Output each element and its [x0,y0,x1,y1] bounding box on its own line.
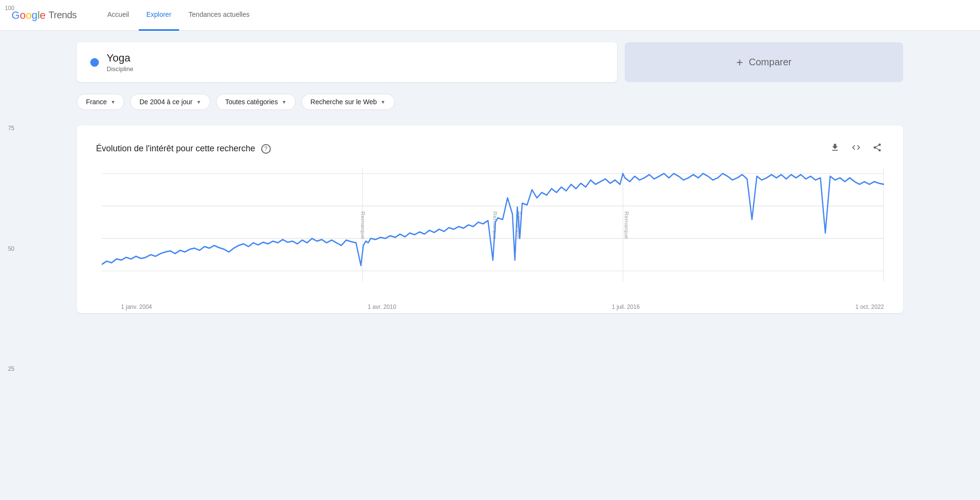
x-label-2016: 1 juil. 2016 [612,304,640,310]
filter-bar: France ▼ De 2004 à ce jour ▼ Toutes caté… [77,94,903,110]
trends-logo-text: Trends [48,10,77,21]
help-icon[interactable]: ? [261,144,271,154]
main-content: Yoga Discipline + Comparer France ▼ De 2… [0,31,980,325]
filter-region[interactable]: France ▼ [77,94,124,110]
search-type: Discipline [107,65,133,73]
y-label-50: 50 [0,245,14,252]
search-term: Yoga [107,52,133,64]
chart-svg: Remarque Remarque Remarque Remarque [102,168,884,298]
search-section: Yoga Discipline + Comparer [77,42,903,82]
y-label-25: 25 [0,366,14,372]
search-dot [90,58,99,67]
remarque-1: Remarque [360,211,366,239]
filter-period-label: De 2004 à ce jour [139,98,193,106]
download-icon [830,143,840,152]
download-button[interactable] [828,141,842,157]
embed-button[interactable] [849,141,863,157]
search-box: Yoga Discipline [77,42,617,82]
filter-type-label: Recherche sur le Web [311,98,377,106]
filter-region-label: France [86,98,107,106]
y-label-75: 75 [0,125,14,132]
chart-section: Évolution de l'intérêt pour cette recher… [77,125,903,313]
compare-label: Comparer [749,57,792,68]
search-text-wrapper: Yoga Discipline [107,52,133,73]
x-label-2010: 1 avr. 2010 [368,304,396,310]
chart-wrapper: 100 75 50 25 Re [96,168,884,298]
nav-accueil[interactable]: Accueil [100,0,137,31]
chart-title-group: Évolution de l'intérêt pour cette recher… [96,144,271,154]
share-button[interactable] [871,141,884,157]
header: Google Trends Accueil Explorer Tendances… [0,0,980,31]
filter-period[interactable]: De 2004 à ce jour ▼ [130,94,210,110]
filter-period-arrow: ▼ [196,99,201,105]
filter-category-label: Toutes catégories [225,98,278,106]
filter-type[interactable]: Recherche sur le Web ▼ [302,94,395,110]
embed-icon [851,143,861,152]
y-axis-labels: 100 75 50 25 [0,0,14,500]
y-label-100: 100 [0,5,14,12]
x-label-2022: 1 oct. 2022 [856,304,884,310]
share-icon [872,143,882,152]
main-nav: Accueil Explorer Tendances actuelles [100,0,257,31]
filter-region-arrow: ▼ [111,99,116,105]
x-label-2004: 1 janv. 2004 [121,304,152,310]
nav-explorer[interactable]: Explorer [139,0,179,31]
filter-category[interactable]: Toutes catégories ▼ [216,94,296,110]
chart-header: Évolution de l'intérêt pour cette recher… [96,141,884,157]
filter-category-arrow: ▼ [282,99,287,105]
filter-type-arrow: ▼ [381,99,386,105]
compare-box[interactable]: + Comparer [625,42,903,82]
chart-title: Évolution de l'intérêt pour cette recher… [96,144,255,154]
logo[interactable]: Google Trends [12,9,77,22]
x-axis-labels: 1 janv. 2004 1 avr. 2010 1 juil. 2016 1 … [102,302,884,310]
google-logo: Google [12,9,46,22]
chart-area: Remarque Remarque Remarque Remarque 1 ja… [96,168,884,298]
chart-actions [828,141,884,157]
nav-tendances[interactable]: Tendances actuelles [181,0,257,31]
compare-plus-icon: + [737,56,743,69]
remarque-4: Remarque [624,211,630,239]
